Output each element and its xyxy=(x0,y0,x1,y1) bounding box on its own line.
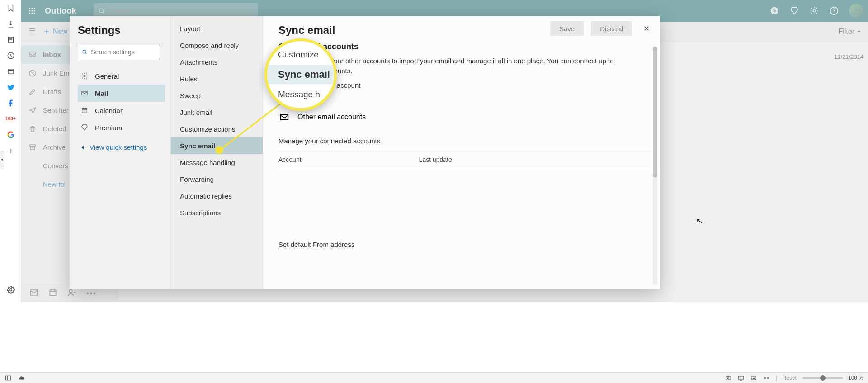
note-icon[interactable] xyxy=(0,32,21,47)
svg-point-4 xyxy=(29,8,30,9)
skype-icon[interactable]: S xyxy=(769,6,779,16)
download-icon[interactable] xyxy=(0,16,21,32)
default-from-heading: Set default From address xyxy=(278,241,651,248)
zoom-reset[interactable]: Reset xyxy=(783,375,797,381)
mail-icon xyxy=(80,90,89,97)
more-apps-icon[interactable]: ••• xyxy=(86,289,97,298)
people-app-icon[interactable] xyxy=(67,288,76,299)
code-icon[interactable]: <> xyxy=(763,374,770,382)
settings-category-premium[interactable]: Premium xyxy=(78,119,165,136)
app-launcher-icon[interactable] xyxy=(26,5,38,17)
help-icon[interactable] xyxy=(829,6,839,16)
settings-search-input[interactable] xyxy=(91,48,156,56)
svg-point-24 xyxy=(84,75,85,77)
svg-rect-2 xyxy=(8,69,14,74)
discard-button[interactable]: Discard xyxy=(591,21,632,36)
svg-point-3 xyxy=(9,289,12,291)
junk-icon xyxy=(28,69,37,77)
view-quick-settings-link[interactable]: View quick settings xyxy=(78,143,165,151)
settings-subnav-layout[interactable]: Layout xyxy=(171,20,263,37)
settings-search[interactable] xyxy=(78,45,160,59)
close-dialog-button[interactable] xyxy=(639,21,654,36)
gmail-provider-option[interactable]: Gmail xyxy=(278,96,651,105)
other-email-provider-option[interactable]: Other email accounts xyxy=(278,113,651,122)
callout-prev-item: Customize xyxy=(278,50,334,60)
svg-point-11 xyxy=(32,13,33,14)
table-header-last-update: Last update xyxy=(419,156,452,163)
settings-subnav-subscriptions[interactable]: Subscriptions xyxy=(171,204,263,221)
filter-button[interactable]: Filter xyxy=(838,28,862,36)
premium-diamond-icon[interactable] xyxy=(789,6,799,16)
svg-point-16 xyxy=(813,10,816,12)
envelope-icon xyxy=(278,113,290,122)
sent-icon xyxy=(28,106,37,114)
settings-category-mail[interactable]: Mail xyxy=(78,85,165,102)
svg-point-13 xyxy=(99,9,104,13)
archive-icon xyxy=(28,143,37,151)
panel-icon[interactable] xyxy=(5,374,12,382)
search-input[interactable] xyxy=(109,7,254,15)
svg-rect-29 xyxy=(6,376,11,380)
svg-point-6 xyxy=(34,8,35,9)
calendar-app-icon[interactable] xyxy=(48,288,57,299)
svg-point-12 xyxy=(34,13,35,14)
browser-sidebar: 100+ ＋ ◂ xyxy=(0,0,21,302)
connected-accounts-table: Account Last update xyxy=(278,151,651,168)
calendar-icon xyxy=(80,107,89,114)
hamburger-icon[interactable] xyxy=(28,26,37,37)
google-icon[interactable] xyxy=(0,127,21,142)
settings-subnav-rules[interactable]: Rules xyxy=(171,71,263,87)
new-label: New xyxy=(53,28,67,36)
settings-gear-icon[interactable] xyxy=(809,6,819,16)
panel-scrollbar[interactable] xyxy=(653,47,657,285)
cloud-icon[interactable] xyxy=(18,374,25,382)
svg-point-10 xyxy=(29,13,30,14)
camera-icon[interactable] xyxy=(725,374,732,382)
settings-categories: Settings GeneralMailCalendarPremium View… xyxy=(70,16,171,289)
callout-next-item: Message h xyxy=(278,90,334,99)
drafts-icon xyxy=(28,88,37,96)
badge-100-icon[interactable]: 100+ xyxy=(0,111,21,127)
settings-category-calendar[interactable]: Calendar xyxy=(78,102,165,119)
settings-subnav-message-handling[interactable]: Message handling xyxy=(171,154,263,171)
history-icon[interactable] xyxy=(0,47,21,63)
gear-icon xyxy=(80,72,89,80)
settings-subnav-forwarding[interactable]: Forwarding xyxy=(171,171,263,188)
mail-app-icon[interactable] xyxy=(29,288,38,299)
svg-point-9 xyxy=(34,10,35,12)
zoom-slider[interactable] xyxy=(802,377,843,379)
settings-category-general[interactable]: General xyxy=(78,67,165,85)
svg-rect-19 xyxy=(30,145,35,147)
table-header-account: Account xyxy=(278,156,302,163)
save-button[interactable]: Save xyxy=(550,21,584,36)
svg-point-31 xyxy=(728,377,730,379)
facebook-icon[interactable] xyxy=(0,95,21,111)
manage-accounts-heading: Manage your connected accounts xyxy=(278,137,651,145)
settings-subnav-attachments[interactable]: Attachments xyxy=(171,54,263,71)
svg-point-5 xyxy=(32,8,33,9)
new-message-button[interactable]: New xyxy=(43,28,67,36)
svg-point-8 xyxy=(32,10,33,12)
svg-point-22 xyxy=(69,289,72,293)
bookmark-icon[interactable] xyxy=(0,0,21,16)
twitter-icon[interactable] xyxy=(0,79,21,95)
settings-subnav-junk-email[interactable]: Junk email xyxy=(171,104,263,121)
settings-subnav-compose-and-reply[interactable]: Compose and reply xyxy=(171,37,263,54)
search-icon xyxy=(82,49,87,55)
settings-subnav-sweep[interactable]: Sweep xyxy=(171,87,263,104)
settings-dialog: Settings GeneralMailCalendarPremium View… xyxy=(70,16,660,289)
screen-icon[interactable] xyxy=(737,374,745,382)
sidebar-collapse-toggle[interactable]: ◂ xyxy=(0,151,4,167)
svg-point-7 xyxy=(29,10,30,12)
settings-subnav-customize-actions[interactable]: Customize actions xyxy=(171,121,263,137)
svg-point-23 xyxy=(83,50,86,53)
image-icon[interactable] xyxy=(750,374,757,382)
settings-subnav-automatic-replies[interactable]: Automatic replies xyxy=(171,188,263,204)
callout-magnifier: Customize Sync email Message h xyxy=(264,38,337,111)
svg-rect-27 xyxy=(281,114,288,120)
window-icon[interactable] xyxy=(0,63,21,79)
premium-icon xyxy=(80,124,89,131)
callout-anchor-dot xyxy=(216,147,222,153)
browser-settings-icon[interactable] xyxy=(0,283,21,297)
account-avatar[interactable] xyxy=(849,4,863,18)
